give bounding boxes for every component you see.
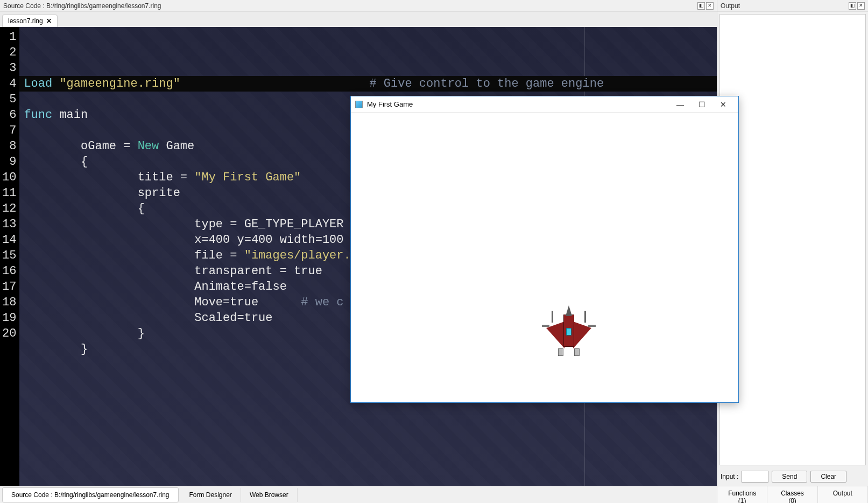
send-button[interactable]: Send [772, 471, 807, 483]
bottom-tab-strip: Source Code : B:/ring/ringlibs/gameengin… [0, 486, 717, 503]
game-canvas[interactable] [351, 113, 738, 402]
app-icon [355, 101, 363, 108]
close-icon[interactable]: ✕ [857, 2, 865, 10]
game-window[interactable]: My First Game — ☐ ✕ [350, 96, 739, 403]
player-sprite [542, 306, 596, 355]
close-icon[interactable]: ✕ [712, 97, 734, 112]
source-panel-title: Source Code : B:/ring/ringlibs/gameengin… [3, 2, 697, 10]
tab-classes[interactable]: Classes (0) [767, 486, 817, 503]
tab-output[interactable]: Output [818, 486, 868, 503]
detach-icon[interactable]: ◧ [697, 2, 705, 10]
output-panel-header: Output ◧ ✕ [717, 0, 868, 12]
tab-functions[interactable]: Functions (1) [717, 486, 767, 503]
output-bottom-tabs: Functions (1) Classes (0) Output [717, 486, 868, 503]
maximize-icon[interactable]: ☐ [691, 97, 712, 112]
line-gutter: 1234567891011121314151617181920 [0, 27, 19, 486]
output-text-area[interactable] [719, 14, 866, 465]
input-field[interactable] [742, 471, 768, 483]
close-icon[interactable]: ✕ [706, 2, 714, 10]
output-input-row: Input : Send Clear [717, 467, 868, 486]
editor-tab-bar: lesson7.ring ✕ [0, 12, 717, 27]
bottom-tab-source[interactable]: Source Code : B:/ring/ringlibs/gameengin… [2, 487, 179, 502]
tab-lesson7[interactable]: lesson7.ring ✕ [2, 15, 58, 27]
tab-label: lesson7.ring [8, 17, 43, 25]
clear-button[interactable]: Clear [810, 471, 846, 483]
bottom-tab-form-designer[interactable]: Form Designer [181, 488, 241, 502]
game-title: My First Game [367, 100, 669, 108]
input-label: Input : [721, 473, 738, 480]
output-panel-title: Output [721, 2, 849, 10]
bottom-tab-web-browser[interactable]: Web Browser [241, 488, 298, 502]
tab-close-icon[interactable]: ✕ [46, 17, 52, 25]
game-titlebar[interactable]: My First Game — ☐ ✕ [351, 96, 738, 113]
source-panel-header: Source Code : B:/ring/ringlibs/gameengin… [0, 0, 717, 12]
detach-icon[interactable]: ◧ [849, 2, 856, 10]
minimize-icon[interactable]: — [669, 97, 691, 112]
output-panel: Output ◧ ✕ Input : Send Clear Functions … [717, 0, 868, 503]
code-line[interactable]: Load "gameengine.ring"# Give control to … [19, 76, 717, 92]
